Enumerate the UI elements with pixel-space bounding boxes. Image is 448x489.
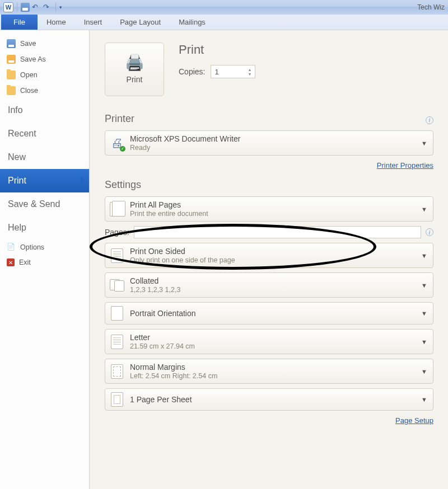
qat-customize-dropdown-icon[interactable] — [59, 3, 68, 12]
orientation-selector[interactable]: Portrait Orientation ▼ — [105, 302, 433, 325]
nav-label: Save — [20, 40, 36, 48]
tab-home[interactable]: Home — [38, 15, 75, 30]
nav-close[interactable]: Close — [0, 83, 89, 98]
selector-sub: Only print on one side of the page — [130, 256, 235, 264]
print-backstage-panel: 🖨️ Print Print Copies: 1 ▲▼ Printer i 🖨✓ — [90, 30, 448, 489]
title-bar: W Tech Wiz — [0, 0, 448, 15]
margins-selector[interactable]: Normal Margins Left: 2.54 cm Right: 2.54… — [105, 359, 433, 384]
chevron-down-icon: ▼ — [421, 252, 427, 259]
pages-per-sheet-selector[interactable]: 1 Page Per Sheet ▼ — [105, 388, 433, 411]
tab-insert[interactable]: Insert — [75, 15, 111, 30]
pages-stack-icon — [110, 202, 124, 217]
nav-print[interactable]: Print — [0, 169, 89, 192]
sheet-icon — [110, 392, 124, 407]
collate-icon — [110, 278, 124, 293]
printer-name: Microsoft XPS Document Writer — [130, 134, 240, 143]
collate-selector[interactable]: Collated 1,2,3 1,2,3 1,2,3 ▼ — [105, 272, 433, 298]
copies-label: Copies: — [179, 67, 205, 76]
save-icon — [7, 39, 16, 48]
chevron-down-icon: ▼ — [421, 310, 427, 317]
nav-save-as[interactable]: Save As — [0, 51, 89, 67]
selector-sub: Left: 2.54 cm Right: 2.54 cm — [130, 372, 217, 380]
nav-label: Exit — [19, 258, 31, 266]
qat-redo-icon[interactable] — [43, 3, 52, 12]
spinner-arrows-icon[interactable]: ▲▼ — [248, 68, 252, 76]
chevron-down-icon: ▼ — [421, 396, 427, 403]
page-setup-link[interactable]: Page Setup — [395, 416, 433, 425]
tab-page-layout[interactable]: Page Layout — [111, 15, 170, 30]
print-heading: Print — [179, 43, 255, 57]
exit-icon — [7, 258, 15, 266]
tab-file[interactable]: File — [1, 15, 38, 30]
nav-save-send[interactable]: Save & Send — [0, 192, 89, 216]
selector-title: Print All Pages — [130, 200, 208, 209]
tab-mailings[interactable]: Mailings — [170, 15, 214, 30]
copies-spinner[interactable]: 1 ▲▼ — [211, 65, 255, 78]
word-logo-icon: W — [3, 2, 13, 12]
folder-close-icon — [7, 86, 16, 95]
nav-options[interactable]: Options — [0, 239, 89, 255]
portrait-icon — [110, 306, 124, 321]
duplex-selector[interactable]: Print One Sided Only print on one side o… — [105, 243, 433, 268]
printer-icon: 🖨️ — [125, 55, 144, 70]
chevron-down-icon: ▼ — [421, 282, 427, 289]
printer-info-icon[interactable]: i — [426, 116, 433, 124]
window-title: Tech Wiz — [417, 3, 445, 11]
nav-label: Close — [20, 87, 38, 95]
nav-help[interactable]: Help — [0, 216, 89, 239]
nav-label: Options — [20, 243, 44, 251]
printer-device-icon: 🖨✓ — [110, 136, 124, 151]
printer-selector[interactable]: 🖨✓ Microsoft XPS Document Writer Ready ▼ — [105, 130, 433, 156]
margins-icon — [110, 364, 124, 379]
selector-title: Portrait Orientation — [130, 309, 196, 318]
ribbon-tabs: File Home Insert Page Layout Mailings — [0, 15, 448, 30]
selector-title: Normal Margins — [130, 363, 217, 372]
qat-save-icon[interactable] — [21, 3, 30, 12]
nav-label: Save As — [20, 55, 46, 63]
save-as-icon — [7, 55, 16, 64]
nav-recent[interactable]: Recent — [0, 122, 89, 145]
chevron-down-icon: ▼ — [421, 368, 427, 375]
folder-open-icon — [7, 70, 16, 79]
copies-value: 1 — [214, 68, 218, 76]
nav-exit[interactable]: Exit — [0, 255, 89, 270]
selector-title: Print One Sided — [130, 247, 235, 256]
selector-title: Collated — [130, 276, 180, 285]
selector-title: 1 Page Per Sheet — [130, 395, 192, 404]
settings-heading: Settings — [105, 179, 433, 191]
print-scope-selector[interactable]: Print All Pages Print the entire documen… — [105, 196, 433, 222]
selector-sub: 21.59 cm x 27.94 cm — [130, 342, 195, 350]
nav-new[interactable]: New — [0, 145, 89, 169]
backstage-nav: Save Save As Open Close Info Recent New … — [0, 30, 90, 489]
print-button-label: Print — [127, 75, 143, 84]
options-icon — [7, 243, 16, 252]
selector-sub: 1,2,3 1,2,3 1,2,3 — [130, 286, 180, 294]
nav-info[interactable]: Info — [0, 98, 89, 122]
paper-size-selector[interactable]: Letter 21.59 cm x 27.94 cm ▼ — [105, 329, 433, 354]
pages-info-icon[interactable]: i — [426, 228, 433, 236]
pages-input[interactable] — [134, 226, 421, 238]
chevron-down-icon: ▼ — [421, 338, 427, 345]
nav-open[interactable]: Open — [0, 67, 89, 83]
single-page-icon — [110, 248, 124, 263]
letter-page-icon — [110, 335, 124, 349]
nav-save[interactable]: Save — [0, 36, 89, 51]
printer-status: Ready — [130, 144, 240, 152]
selector-sub: Print the entire document — [130, 210, 208, 218]
nav-label: Open — [20, 71, 38, 79]
chevron-down-icon: ▼ — [421, 206, 427, 213]
qat-undo-icon[interactable] — [32, 3, 41, 12]
printer-properties-link[interactable]: Printer Properties — [377, 161, 433, 170]
print-button[interactable]: 🖨️ Print — [105, 43, 164, 96]
printer-heading: Printer — [105, 113, 134, 125]
selector-title: Letter — [130, 333, 195, 342]
pages-label: Pages: — [105, 228, 129, 237]
chevron-down-icon: ▼ — [421, 140, 427, 147]
